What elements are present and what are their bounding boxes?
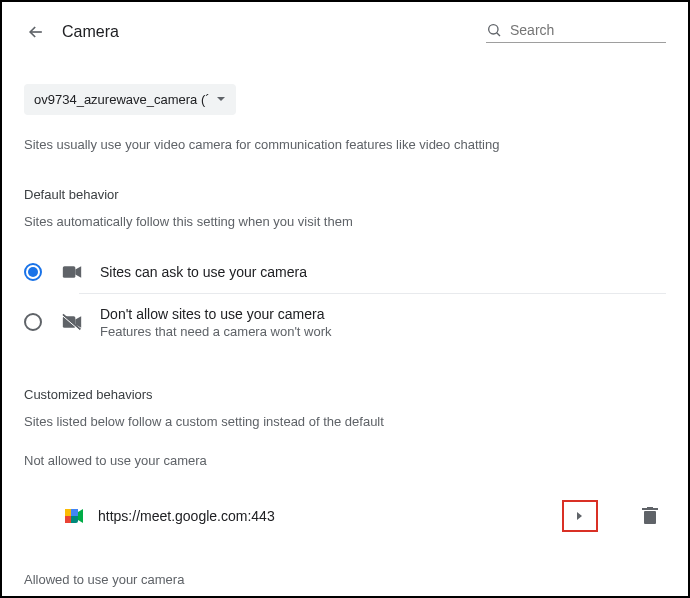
camera-device-value: ov9734_azurewave_camera (´ xyxy=(34,92,210,107)
svg-rect-1 xyxy=(63,266,76,278)
camera-device-select[interactable]: ov9734_azurewave_camera (´ xyxy=(24,84,236,115)
radio-button[interactable] xyxy=(24,263,42,281)
radio-label: Sites can ask to use your camera xyxy=(100,264,307,280)
meet-favicon-icon xyxy=(64,506,84,526)
site-url: https://meet.google.com:443 xyxy=(98,508,562,524)
page-title: Camera xyxy=(62,23,119,41)
svg-point-0 xyxy=(489,24,498,33)
site-details-button[interactable] xyxy=(562,500,598,532)
chevron-down-icon xyxy=(216,92,226,107)
delete-site-button[interactable] xyxy=(638,504,662,528)
search-icon xyxy=(486,22,502,38)
svg-rect-7 xyxy=(65,516,71,523)
svg-rect-10 xyxy=(642,508,658,510)
intro-text: Sites usually use your video camera for … xyxy=(24,135,666,155)
radio-option-block[interactable]: Don't allow sites to use your camera Fea… xyxy=(24,294,666,351)
default-behavior-subheading: Sites automatically follow this setting … xyxy=(24,214,666,229)
back-button[interactable] xyxy=(24,20,48,44)
chevron-right-icon xyxy=(576,511,584,521)
default-behavior-heading: Default behavior xyxy=(24,187,666,202)
header: Camera xyxy=(24,20,666,44)
search-input[interactable] xyxy=(510,22,666,38)
customized-heading: Customized behaviors xyxy=(24,387,666,402)
trash-icon xyxy=(642,507,658,525)
svg-rect-11 xyxy=(647,507,653,508)
radio-option-ask[interactable]: Sites can ask to use your camera xyxy=(24,251,666,293)
allowed-heading: Allowed to use your camera xyxy=(24,572,666,587)
customized-subheading: Sites listed below follow a custom setti… xyxy=(24,414,666,429)
svg-rect-9 xyxy=(644,511,656,524)
not-allowed-heading: Not allowed to use your camera xyxy=(24,453,666,468)
site-row: https://meet.google.com:443 xyxy=(24,494,666,538)
radio-label: Don't allow sites to use your camera xyxy=(100,306,332,322)
camera-icon xyxy=(62,265,82,279)
svg-rect-8 xyxy=(71,509,78,516)
svg-rect-6 xyxy=(65,509,71,516)
radio-button[interactable] xyxy=(24,313,42,331)
search-field[interactable] xyxy=(486,22,666,43)
camera-off-icon xyxy=(62,313,82,331)
arrow-left-icon xyxy=(26,22,46,42)
default-behavior-section: Default behavior Sites automatically fol… xyxy=(24,187,666,351)
customized-behaviors-section: Customized behaviors Sites listed below … xyxy=(24,387,666,587)
radio-sublabel: Features that need a camera won't work xyxy=(100,324,332,339)
